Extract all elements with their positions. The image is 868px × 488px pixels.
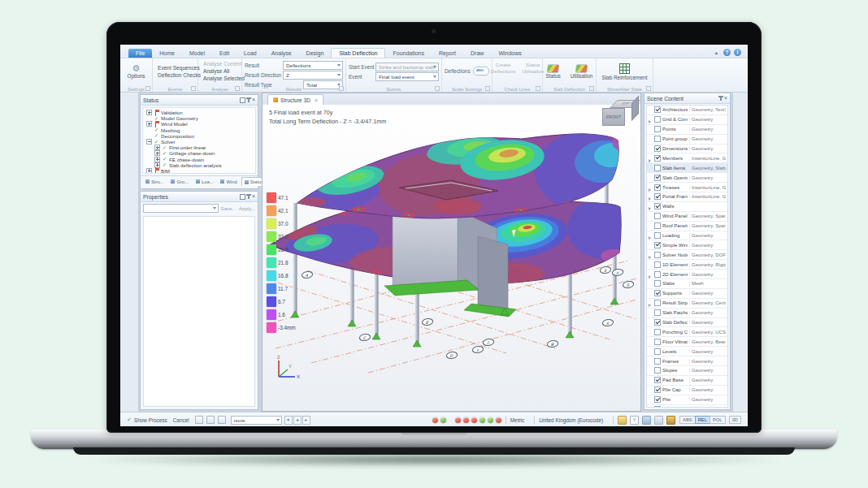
view-cube[interactable]: TOP FRONT [602,100,632,126]
user-icon[interactable] [195,416,203,424]
scene-item-value[interactable]: Geometry, Box [689,407,726,408]
visibility-checkbox[interactable] [654,377,661,383]
analyse-all-button[interactable]: Analyse All [201,67,239,75]
status-utilisation-button[interactable]: Status Utilisation [520,60,545,76]
scene-item-value[interactable]: Geometry [689,136,726,141]
scene-item-value[interactable]: Geometry [689,127,726,132]
scene-content-row[interactable]: Slabs Mesh [647,279,727,289]
ribbon-tab[interactable]: Slab Deflection [331,48,385,58]
scene-content-row[interactable]: Loading Geometry [647,231,727,241]
scene-item-value[interactable]: Geometry, RigidO... [689,262,726,267]
scene-content-row[interactable]: Members InsertionLine, Geo... [647,153,727,163]
ribbon-tab[interactable]: Home [152,49,182,58]
status-tree-item[interactable]: Slab deflection analysis [145,162,254,168]
scene-content-row[interactable]: Point groups Geometry [647,135,727,145]
visibility-checkbox[interactable] [654,406,661,408]
ribbon-tab[interactable]: File [128,49,152,58]
visibility-checkbox[interactable] [654,232,661,239]
visibility-checkbox[interactable] [654,319,661,326]
scene-content-row[interactable]: Dimensions Geometry [647,145,727,154]
scene-item-value[interactable]: Geometry, Text3D [689,107,726,112]
scene-content-row[interactable]: Floor Vibration Checks Geometry, Beams..… [647,337,727,347]
scene-content-row[interactable]: Slab Deflection Chec... Geometry [647,318,727,328]
expand-arrow-icon[interactable] [649,151,653,166]
visibility-checkbox[interactable] [654,203,661,209]
scene-content-row[interactable]: Roof Panels Geometry, SpanD... [647,222,727,231]
scene-content-row[interactable]: Punching Checks Geometry, UCS [647,327,727,337]
scene-item-value[interactable]: Geometry, Centre... [689,300,726,305]
status-indicator[interactable] [488,417,493,423]
visibility-checkbox[interactable] [654,396,661,403]
scene-content-row[interactable]: Simple Wind Geometry [647,240,727,250]
scene-item-value[interactable]: Geometry [689,387,726,392]
expand-icon[interactable] [146,139,152,145]
visibility-checkbox[interactable] [654,242,661,248]
visibility-checkbox[interactable] [654,367,661,374]
scene-content-row[interactable]: Pile Geometry [647,395,727,405]
scene-content-row[interactable]: 2D Elements Geometry [647,270,727,279]
scene-item-value[interactable]: Geometry [689,397,726,402]
slab-reinforcement-button[interactable]: Slab Reinforcement [599,60,650,83]
scene-content-row[interactable]: Levels Geometry [647,347,727,356]
visibility-checkbox[interactable] [654,339,661,345]
selection-dropdown[interactable]: none [231,416,282,425]
paint-icon[interactable] [618,416,627,425]
region-label[interactable]: United Kingdom (Eurocode) [539,417,603,423]
status-panel-tab[interactable]: Stru... [142,177,167,186]
mail-icon[interactable] [218,416,226,424]
scene-item-value[interactable]: Geometry, DOF [689,253,726,257]
visibility-checkbox[interactable] [654,358,661,365]
scene-content-row[interactable]: Portal Frames InsertionLine, Geo... [647,192,727,202]
collapse-ribbon-icon[interactable]: ▴ [713,49,720,56]
scene-content-row[interactable]: Slopes Geometry [647,366,727,376]
status-indicator[interactable] [455,417,461,423]
status-panel-tab[interactable]: Gro... [167,177,192,186]
visibility-checkbox[interactable] [654,213,661,219]
scene-item-value[interactable]: Geometry [689,117,726,122]
pin-icon[interactable] [720,96,722,101]
event-sequences-button[interactable]: Event Sequences [155,64,195,71]
visibility-checkbox[interactable] [654,261,661,268]
visibility-checkbox[interactable] [654,184,661,191]
scene-item-value[interactable]: Geometry, UCS [689,330,726,335]
ribbon-tab[interactable]: Analyse [264,49,299,58]
expand-arrow-icon[interactable] [649,267,653,282]
scene-content-row[interactable]: Slab Patches Geometry [647,309,727,318]
expand-arrow-icon[interactable] [649,228,653,243]
visibility-checkbox[interactable] [654,222,661,229]
close-icon[interactable]: × [252,194,255,199]
visibility-checkbox[interactable] [654,387,661,393]
printer-icon[interactable] [206,416,215,424]
ribbon-tab[interactable]: Foundations [385,49,432,58]
help-icon[interactable]: ? [723,49,731,56]
properties-dropdown[interactable] [143,204,219,213]
pin-icon[interactable] [248,97,250,102]
scene-item-value[interactable]: Geometry [689,368,726,373]
visibility-checkbox[interactable] [654,280,661,287]
visibility-checkbox[interactable] [654,271,661,278]
slab-status-button[interactable]: Status [544,60,563,83]
result-direction-dropdown[interactable]: Z [283,71,343,80]
scene-item-value[interactable]: Geometry, SpanD... [689,223,726,228]
status-tree-item[interactable]: Wind Model [145,121,254,127]
visibility-checkbox[interactable] [654,193,661,200]
scene-item-value[interactable]: Geometry [689,378,726,382]
scene-content-row[interactable]: 1D Elements Geometry, RigidO... [647,260,727,270]
status-indicator[interactable] [463,417,469,423]
scene-item-value[interactable]: Geometry, SlabOu... [689,166,726,171]
visibility-checkbox[interactable] [654,116,661,123]
dropdown-button[interactable]: ▾ [284,416,293,425]
expand-icon[interactable] [154,145,160,150]
visibility-checkbox[interactable] [654,126,661,132]
expand-icon[interactable] [146,168,152,174]
result-dropdown[interactable]: Deflections [283,61,343,70]
status-tree-item[interactable]: Model Geometry [145,115,254,121]
status-tree-item[interactable]: Validation [145,110,254,115]
scene-content-row[interactable]: Trusses InsertionLine, Geo... [647,183,727,192]
ribbon-tab[interactable]: Edit [212,49,237,58]
ribbon-tab[interactable]: Windows [491,49,528,58]
structure-3d-scene[interactable] [263,105,641,412]
scene-content-row[interactable]: Grid & Construction ... Geometry [647,115,727,125]
status-indicator[interactable] [441,417,446,423]
visibility-checkbox[interactable] [654,175,661,181]
